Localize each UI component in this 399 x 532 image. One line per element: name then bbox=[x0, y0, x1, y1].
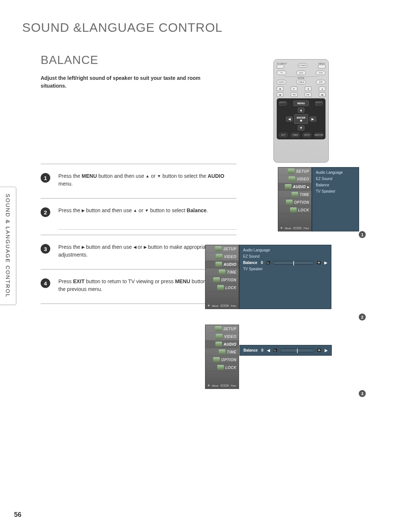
play-button: ▸ bbox=[291, 87, 297, 91]
osd-screenshot-3: SETUP VIDEO AUDIO TIME OPTION LOCK ✥Move… bbox=[205, 325, 239, 389]
next-button: ⏭ bbox=[319, 92, 325, 97]
osd-setup: SETUP bbox=[205, 325, 239, 333]
t: button and then use bbox=[97, 173, 146, 179]
label: TV INPUT bbox=[277, 62, 287, 65]
t: button to select the bbox=[161, 173, 208, 179]
step-number: 4 bbox=[41, 278, 50, 288]
t: Press the bbox=[58, 173, 82, 179]
r-cap: R bbox=[317, 349, 321, 352]
right-icon: ▶ bbox=[324, 261, 327, 265]
menu-button: MENU bbox=[293, 101, 309, 106]
right-arrow-button: ▶ bbox=[310, 116, 316, 122]
step-number: 3 bbox=[41, 244, 50, 254]
left-icon: ◀ bbox=[267, 348, 270, 352]
osd-lock: LOCK bbox=[205, 284, 239, 292]
t: or bbox=[150, 173, 157, 179]
osd-submenu: Audio Language EZ Sound Balance TV Speak… bbox=[312, 167, 359, 231]
t: Press bbox=[58, 278, 73, 284]
osd-item: EZ Sound bbox=[316, 177, 355, 181]
t: button to select bbox=[149, 207, 187, 213]
t: Press the bbox=[58, 207, 82, 213]
osd-submenu: Audio Language EZ Sound Balance 0 L R ▶ … bbox=[239, 245, 331, 309]
chapter-title: SOUND &LANGUAGE CONTROL bbox=[22, 20, 377, 35]
osd-footer: ✥Move MENUPrev bbox=[278, 225, 311, 231]
t: MENU bbox=[82, 173, 97, 179]
osd-video: VIDEO bbox=[205, 333, 239, 340]
step-text: Press the ▶ button and then use ▲ or ▼ b… bbox=[58, 207, 208, 214]
osd-video: VIDEO bbox=[205, 253, 239, 261]
up-arrow-button: ▲ bbox=[298, 108, 304, 113]
osd-time: TIME bbox=[205, 348, 239, 356]
step-number: 2 bbox=[41, 207, 50, 217]
audio-mode-button: AUDIO bbox=[277, 80, 286, 84]
side-tab: SOUND & LANGUAGE CONTROL bbox=[0, 187, 16, 305]
prev-button: ⏮ bbox=[277, 92, 283, 97]
osd-item: Audio Language bbox=[243, 248, 327, 252]
ratio-button: RATIO bbox=[303, 133, 311, 137]
osd-setup: SETUP bbox=[278, 167, 311, 175]
bright-plus-button: BRIGHT + bbox=[315, 101, 323, 106]
t: menu. bbox=[58, 181, 73, 187]
osd-time: TIME bbox=[278, 191, 311, 199]
osd-video: VIDEO bbox=[278, 175, 311, 183]
t: button and then use bbox=[85, 244, 133, 250]
t: or bbox=[136, 244, 144, 250]
step-1: 1 Press the MENU button and then use ▲ o… bbox=[41, 164, 236, 199]
remote-dpad-area: BRIGHT - MENU BRIGHT + ▲ ◀ ENTER◉ ▶ ▼ EX… bbox=[277, 98, 325, 139]
step-2: 2 Press the ▶ button and then use ▲ or ▼… bbox=[41, 199, 236, 235]
l-cap: L bbox=[274, 349, 277, 352]
left-icon: ◀ bbox=[133, 245, 136, 249]
label: Balance bbox=[243, 261, 257, 265]
t: EXIT bbox=[73, 278, 85, 284]
t: Press the bbox=[58, 244, 82, 250]
osd-balance-row: Balance 0 L R ▶ bbox=[243, 261, 327, 265]
simplink-button: SIMPLINK bbox=[314, 133, 323, 137]
osd-audio: AUDIO bbox=[205, 261, 239, 268]
tv-mode-button: TV bbox=[277, 71, 286, 75]
osd-item: TV Speaker bbox=[243, 267, 327, 271]
exit-button: EXIT bbox=[279, 133, 288, 137]
t: button to return to TV viewing or press bbox=[85, 278, 175, 284]
pause-button: ⏸ bbox=[305, 87, 311, 91]
ff-button: ▸▸ bbox=[305, 92, 311, 97]
bright-minus-button: BRIGHT - bbox=[279, 101, 287, 106]
t: AUDIO bbox=[208, 173, 224, 179]
label: MODE bbox=[284, 77, 318, 79]
t: or bbox=[137, 207, 144, 213]
osd-menu-sidebar: SETUP VIDEO AUDIO TIME OPTION LOCK ✥Move… bbox=[205, 245, 239, 309]
balance-slider bbox=[281, 349, 314, 352]
l-cap: L bbox=[267, 261, 270, 264]
step-number: 1 bbox=[41, 173, 50, 183]
osd-option: OPTION bbox=[205, 356, 239, 364]
tvinput-button bbox=[277, 65, 284, 68]
remote-illustration: TV INPUT POWER INPUT TV DVD VCR MODE AUD… bbox=[273, 59, 329, 163]
down-icon: ▼ bbox=[157, 174, 161, 178]
intro-text: Adjust the left/right sound of speaker t… bbox=[41, 74, 211, 90]
label: INPUT bbox=[318, 62, 325, 65]
osd-time: TIME bbox=[205, 268, 239, 276]
osd-option: OPTION bbox=[278, 199, 311, 206]
enter-button: ENTER◉ bbox=[294, 114, 308, 124]
value: 0 bbox=[261, 261, 263, 265]
timer-button: TIMER bbox=[291, 133, 300, 137]
screenshot-number-3: 3 bbox=[359, 390, 366, 397]
power-button: POWER bbox=[298, 63, 307, 68]
screenshot-number-1: 1 bbox=[359, 231, 366, 238]
down-icon: ▼ bbox=[145, 208, 149, 213]
osd-audio: AUDIO▸ bbox=[278, 183, 311, 191]
input-button bbox=[318, 65, 325, 68]
rew-button: ◂◂ bbox=[291, 92, 297, 97]
side-tab-label: SOUND & LANGUAGE CONTROL bbox=[5, 194, 11, 298]
t: MENU bbox=[175, 278, 190, 284]
down-arrow-button: ▼ bbox=[298, 125, 304, 131]
osd-item: EZ Sound bbox=[243, 254, 327, 258]
osd-footer: ✥Move MENUPrev bbox=[205, 303, 239, 309]
value: 0 bbox=[261, 348, 263, 352]
page-number: 56 bbox=[14, 511, 21, 519]
up-icon: ▲ bbox=[146, 174, 150, 178]
right-icon: ▶ bbox=[325, 348, 328, 352]
stop-button: ■ bbox=[277, 87, 283, 91]
osd-screenshot-1: SETUP VIDEO AUDIO▸ TIME OPTION LOCK ✥Mov… bbox=[278, 167, 359, 231]
osd-menu-sidebar: SETUP VIDEO AUDIO▸ TIME OPTION LOCK ✥Mov… bbox=[278, 167, 312, 231]
stb-mode-button: STB bbox=[316, 80, 325, 84]
